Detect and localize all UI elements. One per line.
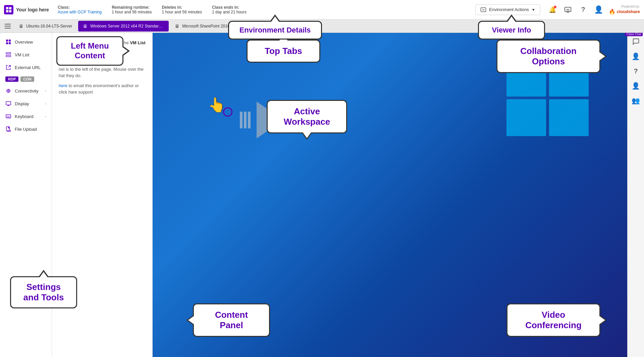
monitor-icon-2: 🖥 — [83, 23, 88, 29]
svg-rect-8 — [9, 40, 11, 42]
display-label: Display — [15, 101, 42, 106]
screen-share-button[interactable] — [562, 4, 573, 15]
sidebar: Overview VM List External URL RDP CON — [0, 33, 52, 357]
svg-rect-19 — [506, 99, 546, 136]
monitor-icon-3: 🖥 — [175, 23, 179, 29]
env-actions-label: Environment Actions — [489, 7, 529, 12]
workspace: 👆 Top Tabs ActiveWorkspace — [153, 33, 627, 357]
svg-rect-10 — [9, 42, 11, 44]
svg-rect-22 — [244, 112, 247, 128]
svg-rect-14 — [6, 102, 11, 105]
externalurl-label: External URL — [15, 65, 46, 70]
content-panel: ll VMs in the environment, select the VM… — [52, 33, 153, 357]
right-panel: Class Chat 👤 ? 👤 👥 — [627, 33, 644, 357]
cloudshare-label: cloudshare — [617, 9, 640, 14]
users-icon-btn[interactable]: 👥 — [630, 95, 642, 107]
sidebar-badges: RDP CON — [0, 74, 52, 84]
notification-button[interactable]: 🔔 — [547, 4, 558, 15]
hamburger-line — [5, 28, 11, 28]
svg-rect-4 — [481, 8, 486, 12]
sidebar-item-connectivity[interactable]: Connectivity › — [0, 84, 52, 97]
svg-rect-15 — [6, 115, 11, 118]
keyboard-arrow-icon: › — [45, 114, 46, 118]
tabbar: 🖥 Ubuntu-16.04-LTS-Server 🖥 Windows Serv… — [0, 19, 644, 33]
sidebar-item-fileupload[interactable]: File Upload — [0, 123, 52, 135]
keyboard-icon — [5, 113, 11, 119]
badge-rdp: RDP — [5, 76, 18, 82]
help-icon-btn[interactable]: ? — [630, 65, 642, 77]
overview-label: Overview — [15, 40, 46, 45]
remaining-info: Remaining runtime: 1 hour and 56 minutes — [112, 5, 152, 14]
notification-dot — [554, 6, 556, 8]
user-icon-btn-1[interactable]: 👤 — [630, 50, 642, 62]
sidebar-item-overview[interactable]: Overview — [0, 36, 52, 48]
svg-rect-7 — [6, 40, 8, 42]
sidebar-item-display[interactable]: Display › — [0, 97, 52, 110]
display-icon — [5, 101, 11, 107]
sidebar-item-keyboard[interactable]: Keyboard › — [0, 110, 52, 123]
hamburger-line — [5, 26, 11, 26]
svg-rect-1 — [9, 7, 11, 9]
content-text-4: here to email this environment's author … — [59, 82, 146, 96]
tab-ubuntu[interactable]: 🖥 Ubuntu-16.04-LTS-Server — [14, 21, 77, 32]
deletes-value: 1 hour and 56 minutes — [162, 10, 202, 14]
class-value[interactable]: Azure with GCP Training — [58, 10, 102, 14]
logo-icon — [4, 5, 13, 14]
main-layout: Overview VM List External URL RDP CON — [0, 33, 644, 357]
content-text-3: nel is to the left of the page. Mouse ov… — [59, 66, 146, 79]
connectivity-arrow-icon: › — [45, 89, 46, 93]
tab-sharepoint[interactable]: 🖥 Microsoft SharePoint 2016 Developer Se… — [170, 21, 261, 32]
connectivity-label: Connectivity — [15, 88, 42, 94]
logo-text: Your logo here — [16, 7, 49, 12]
flame-icon: 🔥 — [609, 8, 615, 15]
display-arrow-icon: › — [45, 102, 46, 106]
dropdown-arrow-icon: ▼ — [532, 8, 535, 12]
ends-info: Class ends in: 1 day and 21 hours — [212, 5, 247, 14]
svg-rect-0 — [6, 7, 8, 9]
powered-by-label: Powered by: — [621, 5, 640, 8]
connectivity-icon — [5, 88, 11, 94]
externalurl-icon — [5, 64, 11, 70]
topbar: Your logo here Class: Azure with GCP Tra… — [0, 0, 644, 19]
overview-icon — [5, 39, 11, 45]
big-arrow-area — [236, 93, 304, 147]
hamburger-line — [5, 24, 11, 24]
sidebar-item-externalurl[interactable]: External URL — [0, 61, 52, 74]
topbar-meta: Class: Azure with GCP Training Remaining… — [58, 5, 469, 14]
svg-rect-23 — [248, 112, 251, 128]
help-button[interactable]: ? — [578, 4, 589, 15]
tab-windows[interactable]: 🖥 Windows Server 2012 x64 R2 Standard No… — [78, 21, 169, 32]
user-button[interactable]: 👤 — [593, 4, 604, 15]
keyboard-label: Keyboard — [15, 114, 42, 119]
user-icon-btn-2[interactable]: 👤 — [630, 80, 642, 92]
topbar-right: 🔔 ? 👤 Powered by: 🔥 cloudshare — [547, 4, 640, 15]
svg-rect-3 — [9, 10, 11, 12]
hand-cursor-icon: 👆 — [208, 97, 225, 113]
content-link[interactable]: here — [59, 83, 67, 88]
hamburger-menu[interactable] — [3, 21, 13, 31]
svg-rect-18 — [549, 60, 589, 97]
svg-rect-11 — [6, 53, 11, 54]
env-actions-button[interactable]: Environment Actions ▼ — [475, 4, 540, 15]
windows-logo-area — [500, 53, 600, 147]
svg-rect-20 — [549, 99, 589, 136]
svg-rect-9 — [6, 42, 8, 44]
fileupload-icon — [5, 126, 11, 132]
monitor-icon: 🖥 — [19, 23, 23, 29]
sidebar-item-vmlist[interactable]: VM List — [0, 48, 52, 61]
class-chat-button[interactable]: Class Chat — [630, 36, 642, 48]
vmlist-icon — [5, 52, 11, 58]
deletes-label: Deletes in: — [162, 5, 202, 10]
remaining-label: Remaining runtime: — [112, 5, 152, 10]
windows-logo-svg — [500, 53, 594, 140]
svg-marker-24 — [257, 102, 283, 138]
svg-rect-21 — [240, 112, 243, 128]
big-arrow-svg — [240, 97, 300, 143]
badge-con: CON — [20, 76, 34, 82]
fileupload-label: File Upload — [15, 127, 46, 132]
powered-by: Powered by: 🔥 cloudshare — [609, 5, 640, 15]
svg-rect-17 — [506, 60, 546, 97]
class-info: Class: Azure with GCP Training — [58, 5, 102, 14]
tab-ubuntu-label: Ubuntu-16.04-LTS-Server — [26, 24, 72, 28]
ends-value: 1 day and 21 hours — [212, 10, 247, 14]
